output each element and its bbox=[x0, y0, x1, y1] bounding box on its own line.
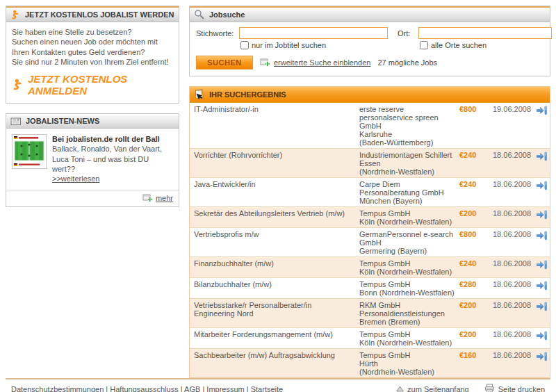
job-price: €200 bbox=[459, 209, 487, 226]
jobs-count: 27 mögliche Jobs bbox=[377, 58, 437, 67]
job-search-title: Jobsuche bbox=[209, 10, 245, 19]
job-open-icon[interactable] bbox=[536, 151, 548, 176]
back-to-top-label: zum Seitenanfang bbox=[407, 385, 469, 392]
footer: Datenschutzbestimmungen | Haftungsaussch… bbox=[6, 379, 550, 392]
search-submit-button[interactable]: SUCHEN bbox=[196, 56, 253, 70]
job-title[interactable]: Sekretär des Abteilungsleiters Vertrieb … bbox=[194, 209, 359, 226]
news-box: JOBALISTEN-NEWS bbox=[6, 113, 179, 206]
job-title[interactable]: Bilanzbuchhalter (m/w) bbox=[194, 280, 359, 297]
location-input[interactable] bbox=[418, 27, 552, 39]
job-date: 18.06.2008 bbox=[487, 209, 536, 226]
job-price: €800 bbox=[459, 230, 487, 255]
job-row[interactable]: IT-Administrator/-in erste reserve perso… bbox=[190, 103, 550, 148]
job-open-icon[interactable] bbox=[536, 180, 548, 205]
job-company: Carpe Diem Personalberatung GmbH München… bbox=[359, 180, 459, 205]
job-title[interactable]: Sachbearbeiter (m/w) Auftragsabwicklung bbox=[194, 351, 359, 376]
job-title[interactable]: IT-Administrator/-in bbox=[194, 105, 359, 147]
more-news-label: mehr bbox=[156, 194, 173, 202]
job-company: GermanPersonnel e-search GmbH Germering … bbox=[359, 230, 459, 255]
job-date: 18.06.2008 bbox=[487, 180, 536, 205]
back-to-top-link[interactable]: zum Seitenanfang bbox=[396, 385, 469, 392]
all-locations-checkbox[interactable] bbox=[420, 41, 428, 49]
job-row[interactable]: Vorrichter (Rohrvorrichter) Industriemon… bbox=[190, 148, 550, 177]
footer-link[interactable]: AGB bbox=[184, 385, 200, 392]
job-date: 18.06.2008 bbox=[487, 301, 536, 326]
job-open-icon[interactable] bbox=[536, 351, 548, 376]
job-row[interactable]: Mitarbeiter Forderungsmangement (m/w) Te… bbox=[190, 327, 550, 348]
job-price: €240 bbox=[459, 180, 487, 205]
job-open-icon[interactable] bbox=[536, 301, 548, 326]
job-company: Tempus GmbH Hürth (Nordrhein-Westfalen) bbox=[359, 351, 459, 376]
job-open-icon[interactable] bbox=[536, 330, 548, 347]
job-price: €240 bbox=[459, 151, 487, 176]
news-text: Ballack, Ronaldo, Van der Vaart, Luca To… bbox=[52, 144, 173, 174]
job-row[interactable]: Vetriebsstarke/r Personalberater/in Engi… bbox=[190, 298, 550, 327]
title-only-checkbox[interactable] bbox=[240, 41, 249, 49]
more-news-link[interactable]: mehr bbox=[142, 193, 173, 203]
keywords-label: Stichworte: bbox=[196, 27, 239, 38]
job-row[interactable]: Java-Entwickler/in Carpe Diem Personalbe… bbox=[190, 177, 550, 206]
signup-box-header: JETZT KOSTENLOS JOBALIST WERDEN bbox=[6, 6, 179, 22]
job-row[interactable]: Sekretär des Abteilungsleiters Vertrieb … bbox=[190, 206, 550, 227]
job-title[interactable]: Vorrichter (Rohrvorrichter) bbox=[194, 151, 359, 176]
news-thumbnail[interactable] bbox=[12, 134, 47, 169]
job-search-box: Jobsuche Stichworte: nur im Jobtitel suc… bbox=[189, 6, 550, 76]
job-open-icon[interactable] bbox=[536, 105, 548, 147]
job-date: 18.06.2008 bbox=[487, 351, 536, 376]
signup-box-title: JETZT KOSTENLOS JOBALIST WERDEN bbox=[25, 10, 174, 19]
results-list: IT-Administrator/-in erste reserve perso… bbox=[190, 103, 550, 377]
job-company: Industriemontagen Schillert Essen (Nordr… bbox=[359, 151, 459, 176]
signup-box: JETZT KOSTENLOS JOBALIST WERDEN Sie habe… bbox=[6, 6, 179, 104]
search-icon bbox=[194, 9, 205, 20]
job-open-icon[interactable] bbox=[536, 259, 548, 276]
job-date: 18.06.2008 bbox=[487, 230, 536, 255]
keywords-input[interactable] bbox=[239, 27, 388, 39]
up-triangle-icon bbox=[396, 386, 404, 392]
jobalist-person-icon bbox=[10, 10, 21, 20]
sidebar: JETZT KOSTENLOS JOBALIST WERDEN Sie habe… bbox=[6, 6, 179, 217]
job-open-icon[interactable] bbox=[536, 209, 548, 226]
job-company: Tempus GmbH Köln (Nordrhein-Westfalen) bbox=[359, 330, 459, 347]
signup-text: Sie haben eine Stelle zu besetzen? Suche… bbox=[12, 27, 173, 67]
job-price: €280 bbox=[459, 280, 487, 297]
read-more-link[interactable]: >>weiterlesen bbox=[52, 174, 100, 183]
main-content: Jobsuche Stichworte: nur im Jobtitel suc… bbox=[189, 6, 550, 378]
location-label: Ort: bbox=[398, 27, 418, 38]
job-title[interactable]: Vertriebsprofis m/w bbox=[194, 230, 359, 255]
results-title: IHR SUCHERGEBNIS bbox=[209, 90, 286, 99]
print-page-link[interactable]: Seite drucken bbox=[484, 384, 545, 392]
all-locations-option[interactable]: alle Orte suchen bbox=[418, 41, 552, 49]
job-date: 18.06.2008 bbox=[487, 280, 536, 297]
signup-cta-link[interactable]: JETZT KOSTENLOS ANMELDEN bbox=[12, 73, 173, 97]
job-company: erste reserve personalservice spreen Gmb… bbox=[359, 105, 459, 147]
jobalist-person-icon bbox=[12, 78, 24, 92]
footer-link[interactable]: Datenschutzbestimmungen bbox=[11, 385, 104, 392]
job-title[interactable]: Vetriebsstarke/r Personalberater/in Engi… bbox=[194, 301, 359, 326]
job-row[interactable]: Vertriebsprofis m/w GermanPersonnel e-se… bbox=[190, 227, 550, 256]
printer-icon bbox=[484, 384, 495, 392]
job-open-icon[interactable] bbox=[536, 230, 548, 255]
advanced-search-link[interactable]: erweiterte Suche einblenden bbox=[260, 58, 370, 67]
footer-link[interactable]: Impressum bbox=[206, 385, 244, 392]
footer-links: Datenschutzbestimmungen | Haftungsaussch… bbox=[11, 385, 283, 392]
job-row[interactable]: Sachbearbeiter (m/w) Auftragsabwicklung … bbox=[190, 348, 550, 377]
job-price: €800 bbox=[459, 105, 487, 147]
job-date: 18.06.2008 bbox=[487, 330, 536, 347]
newspaper-icon bbox=[10, 117, 22, 126]
advanced-search-label: erweiterte Suche einblenden bbox=[274, 58, 370, 67]
job-row[interactable]: Bilanzbuchhalter (m/w) Tempus GmbH Bonn … bbox=[190, 277, 550, 298]
job-date: 18.06.2008 bbox=[487, 259, 536, 276]
footer-link[interactable]: Startseite bbox=[251, 385, 283, 392]
search-results: IHR SUCHERGEBNIS IT-Administrator/-in er… bbox=[189, 86, 550, 378]
footer-link[interactable]: Haftungsausschluss bbox=[110, 385, 178, 392]
job-title[interactable]: Finanzbuchhalter (m/w) bbox=[194, 259, 359, 276]
documents-cursor-icon bbox=[193, 89, 205, 101]
job-company: RKM GmbH Personaldienstleistungen Bremen… bbox=[359, 301, 459, 326]
job-title[interactable]: Mitarbeiter Forderungsmangement (m/w) bbox=[194, 330, 359, 347]
job-date: 19.06.2008 bbox=[487, 105, 536, 147]
job-row[interactable]: Finanzbuchhalter (m/w) Tempus GmbH Köln … bbox=[190, 256, 550, 277]
job-open-icon[interactable] bbox=[536, 280, 548, 297]
title-only-option[interactable]: nur im Jobtitel suchen bbox=[239, 41, 388, 49]
job-title[interactable]: Java-Entwickler/in bbox=[194, 180, 359, 205]
job-price: €200 bbox=[459, 330, 487, 347]
